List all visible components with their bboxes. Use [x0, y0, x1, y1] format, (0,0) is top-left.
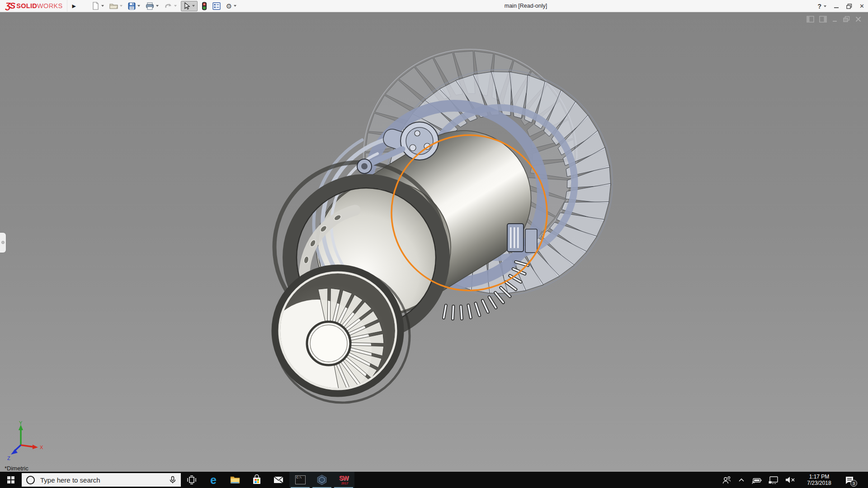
- undo-button[interactable]: [163, 1, 178, 10]
- xpress-status-button[interactable]: [200, 1, 208, 11]
- solidworks-logo: ƷS SOLIDWORKS: [0, 0, 67, 12]
- select-tool-button[interactable]: [181, 1, 198, 11]
- undo-icon: [164, 2, 172, 9]
- menu-flyout-arrow[interactable]: ▶: [67, 3, 80, 9]
- help-button[interactable]: ?: [818, 3, 827, 10]
- store-button[interactable]: [246, 472, 268, 488]
- mail-icon: [273, 475, 284, 484]
- show-feature-pane-icon[interactable]: [807, 16, 815, 23]
- battery-plug-icon: [751, 475, 762, 484]
- people-icon: [722, 475, 731, 485]
- notification-badge: 3: [850, 480, 857, 487]
- command-prompt-icon: C:\: [295, 475, 306, 484]
- taskbar-clock[interactable]: 1:17 PM 7/23/2018: [802, 474, 837, 487]
- triad-y-label: Y: [19, 420, 23, 426]
- dassault-logo-mark: ƷS: [5, 1, 14, 11]
- task-view-button[interactable]: [181, 472, 203, 488]
- command-prompt-button[interactable]: C:\: [289, 472, 311, 488]
- triad-x-label: X: [40, 445, 43, 450]
- cortana-icon: [26, 476, 35, 484]
- start-button[interactable]: [0, 472, 22, 488]
- task-view-icon: [186, 474, 197, 485]
- print-icon: [146, 2, 154, 10]
- mdi-minimize-icon[interactable]: [832, 16, 838, 23]
- edrawings-hexagon-icon: [316, 474, 327, 485]
- mail-button[interactable]: [268, 472, 289, 488]
- save-button[interactable]: [127, 1, 142, 11]
- new-document-button[interactable]: [90, 1, 105, 11]
- select-cursor-icon: [184, 2, 190, 10]
- file-explorer-icon: [230, 475, 241, 485]
- network-button[interactable]: [768, 475, 779, 484]
- exhaust-center-hole: [307, 322, 350, 365]
- taskbar-search-box[interactable]: [22, 473, 181, 487]
- open-folder-icon: [109, 2, 118, 9]
- properties-list-icon: [212, 2, 221, 10]
- search-input[interactable]: [39, 476, 165, 484]
- volume-muted-icon: [785, 476, 796, 484]
- action-center-button[interactable]: 3: [843, 474, 856, 486]
- model-viewport[interactable]: Y X Z *Dimetric: [0, 12, 868, 472]
- taskbar-apps: e: [181, 472, 354, 488]
- open-button[interactable]: [108, 1, 124, 10]
- orientation-triad: Y X Z: [3, 420, 46, 462]
- solidworks-button[interactable]: SW 2017: [333, 472, 354, 488]
- save-icon: [128, 2, 136, 10]
- restore-button[interactable]: [846, 4, 852, 9]
- jet-engine-model: [0, 12, 868, 472]
- edrawings-button[interactable]: [311, 472, 333, 488]
- microphone-icon[interactable]: [169, 476, 176, 484]
- solidworks-2017-icon: SW 2017: [339, 475, 349, 485]
- traffic-light-icon: [202, 2, 207, 10]
- volume-button[interactable]: [785, 476, 796, 484]
- solidworks-window: ƷS SOLIDWORKS ▶: [0, 0, 868, 488]
- show-task-pane-icon[interactable]: [819, 16, 827, 23]
- titlebar: ƷS SOLIDWORKS ▶: [0, 0, 868, 12]
- flyout-tab-handle: [1, 241, 5, 244]
- feature-pane-flyout-tab[interactable]: [0, 233, 6, 253]
- gear-icon: ⚙: [226, 3, 232, 9]
- windows-taskbar: e: [0, 472, 868, 488]
- clock-date: 7/23/2018: [802, 480, 837, 487]
- clock-time: 1:17 PM: [802, 474, 837, 480]
- quick-access-toolbar: ⚙: [90, 1, 238, 11]
- windows-logo-icon: [7, 476, 14, 483]
- microsoft-store-icon: [251, 474, 262, 485]
- close-button[interactable]: ✕: [859, 3, 864, 9]
- power-status-button[interactable]: [751, 475, 762, 484]
- hidden-icons-button[interactable]: [737, 476, 745, 484]
- document-title: main [Read-only]: [505, 0, 547, 12]
- mdi-window-controls: [807, 16, 862, 23]
- options-button[interactable]: ⚙: [225, 2, 238, 10]
- triad-z-label: Z: [7, 455, 10, 461]
- print-button[interactable]: [144, 1, 160, 11]
- logo-text-works: WORKS: [37, 2, 62, 9]
- window-controls: ? ✕: [818, 0, 864, 12]
- edge-button[interactable]: e: [203, 472, 224, 488]
- chevron-up-icon: [737, 476, 745, 484]
- mdi-restore-icon[interactable]: [843, 16, 850, 23]
- properties-button[interactable]: [211, 1, 222, 11]
- minimize-button[interactable]: [834, 4, 839, 9]
- new-document-icon: [92, 2, 99, 10]
- edge-icon: e: [210, 474, 217, 485]
- system-tray: 1:17 PM 7/23/2018 3: [722, 472, 868, 488]
- people-button[interactable]: [722, 475, 731, 485]
- mdi-close-icon[interactable]: [855, 16, 862, 23]
- view-orientation-label: *Dimetric: [5, 465, 28, 472]
- ethernet-icon: [768, 475, 779, 484]
- file-explorer-button[interactable]: [224, 472, 246, 488]
- logo-text-solid: SOLID: [16, 2, 37, 9]
